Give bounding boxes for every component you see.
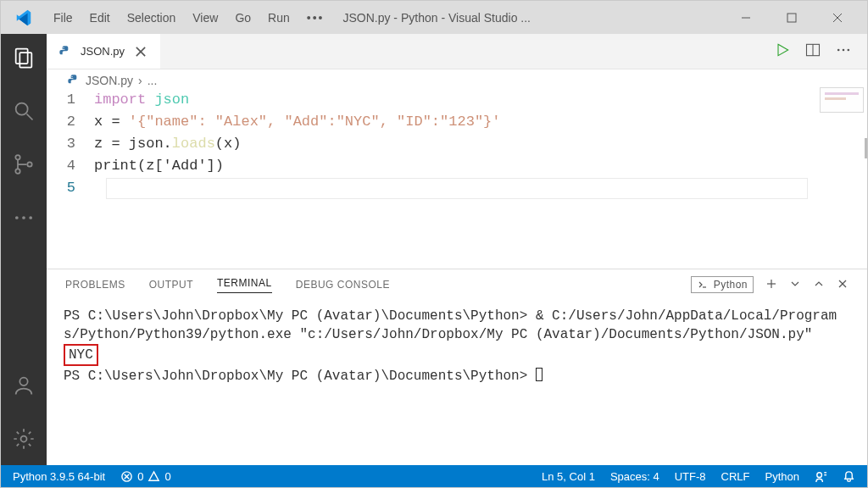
scrollbar-marker	[865, 138, 867, 158]
line-number: 3	[47, 133, 94, 155]
svg-point-9	[15, 169, 19, 173]
menu-edit[interactable]: Edit	[81, 11, 119, 25]
terminal-new-button[interactable]	[765, 278, 777, 292]
status-indent[interactable]: Spaces: 4	[610, 470, 659, 483]
panel-maximize-button[interactable]	[813, 278, 825, 292]
menu-file[interactable]: File	[45, 11, 81, 25]
status-python-version[interactable]: Python 3.9.5 64-bit	[13, 470, 105, 483]
status-eol[interactable]: CRLF	[721, 470, 750, 483]
code-line: 2 x = '{"name": "Alex", "Add":"NYC", "ID…	[47, 111, 867, 133]
panel-tab-output[interactable]: OUTPUT	[149, 279, 193, 291]
line-number: 2	[47, 111, 94, 133]
svg-point-15	[21, 436, 27, 442]
svg-marker-34	[149, 471, 159, 480]
panel-close-button[interactable]	[837, 278, 849, 292]
code-line: 1 import json	[47, 89, 867, 111]
code-line: 3 z = json.loads(x)	[47, 133, 867, 155]
activity-settings[interactable]	[12, 427, 36, 453]
breadcrumb[interactable]: JSON.py › ...	[47, 69, 867, 87]
svg-point-24	[848, 49, 850, 52]
editor-tab-bar: JSON.py	[47, 34, 867, 69]
status-feedback-button[interactable]	[815, 470, 827, 483]
menu-overflow-icon[interactable]: •••	[298, 11, 333, 25]
terminal-output-highlight: NYC	[64, 344, 98, 366]
svg-point-8	[15, 155, 19, 159]
terminal-line: PS C:\Users\John\Dropbox\My PC (Avatar)\…	[64, 308, 837, 342]
bell-icon	[843, 470, 855, 483]
svg-point-12	[22, 216, 25, 219]
window-maximize-button[interactable]	[769, 1, 815, 34]
activity-more-icon[interactable]	[12, 206, 36, 232]
menu-run[interactable]: Run	[259, 11, 298, 25]
warning-icon	[147, 470, 160, 483]
tab-json-py[interactable]: JSON.py	[47, 34, 160, 69]
editor-body[interactable]: 1 import json 2 x = '{"name": "Alex", "A…	[47, 87, 867, 269]
code-line: 4 print(z['Add'])	[47, 155, 867, 177]
terminal-icon	[697, 279, 709, 291]
svg-marker-19	[778, 44, 788, 55]
terminal-body[interactable]: PS C:\Users\John\Dropbox\My PC (Avatar)\…	[47, 300, 867, 465]
feedback-icon	[815, 470, 827, 483]
activity-account[interactable]	[12, 374, 36, 400]
split-editor-button[interactable]	[804, 42, 821, 61]
panel-tab-terminal[interactable]: TERMINAL	[217, 277, 272, 293]
status-errors[interactable]: 0 0	[120, 470, 170, 483]
svg-point-10	[27, 162, 31, 166]
svg-point-11	[15, 216, 19, 219]
svg-rect-1	[787, 14, 796, 22]
window-close-button[interactable]	[815, 1, 860, 34]
status-language[interactable]: Python	[765, 470, 799, 483]
window-minimize-button[interactable]	[723, 1, 769, 34]
menu-view[interactable]: View	[184, 11, 226, 25]
line-number: 4	[47, 155, 94, 177]
svg-line-7	[27, 114, 33, 120]
terminal-shell-chip[interactable]: Python	[691, 276, 754, 293]
svg-point-25	[71, 76, 72, 77]
activity-bar	[1, 34, 47, 465]
menu-go[interactable]: Go	[226, 11, 259, 25]
line-number: 5	[47, 177, 94, 199]
terminal-prompt: PS C:\Users\John\Dropbox\My PC (Avatar)\…	[64, 369, 536, 384]
error-icon	[120, 470, 133, 483]
terminal-dropdown-button[interactable]	[789, 278, 801, 292]
editor-more-button[interactable]	[835, 42, 852, 61]
status-cursor-position[interactable]: Ln 5, Col 1	[542, 470, 595, 483]
activity-explorer[interactable]	[12, 46, 36, 72]
status-encoding[interactable]: UTF-8	[675, 470, 706, 483]
breadcrumb-separator: ›	[138, 74, 142, 87]
svg-point-35	[817, 472, 822, 477]
tab-close-icon[interactable]	[133, 44, 148, 59]
svg-point-6	[16, 103, 28, 115]
svg-rect-4	[16, 49, 28, 64]
minimap[interactable]	[820, 87, 864, 113]
svg-point-14	[19, 378, 27, 385]
svg-rect-5	[19, 53, 31, 67]
vscode-logo-icon	[14, 8, 33, 27]
title-bar: File Edit Selection View Go Run ••• JSON…	[1, 1, 867, 34]
bottom-panel: PROBLEMS OUTPUT TERMINAL DEBUG CONSOLE P…	[47, 269, 867, 465]
panel-tab-problems[interactable]: PROBLEMS	[65, 279, 125, 291]
breadcrumb-file: JSON.py	[86, 74, 133, 87]
code-line: 5	[47, 177, 867, 199]
breadcrumb-rest: ...	[147, 74, 158, 87]
activity-search[interactable]	[12, 99, 36, 125]
svg-point-16	[63, 47, 64, 47]
window-title: JSON.py - Python - Visual Studio ...	[332, 11, 723, 25]
svg-point-13	[29, 216, 32, 219]
activity-source-control[interactable]	[12, 152, 36, 179]
panel-tab-debug-console[interactable]: DEBUG CONSOLE	[296, 279, 390, 291]
status-bar: Python 3.9.5 64-bit 0 0 Ln 5, Col 1 Spac…	[1, 465, 867, 487]
run-button[interactable]	[774, 42, 791, 61]
status-notifications-button[interactable]	[843, 470, 855, 483]
terminal-shell-label: Python	[714, 279, 748, 291]
python-file-icon	[67, 74, 81, 87]
menu-selection[interactable]: Selection	[119, 11, 185, 25]
terminal-cursor	[536, 368, 542, 381]
svg-point-22	[837, 49, 840, 52]
svg-point-23	[843, 49, 845, 52]
line-number: 1	[47, 89, 94, 111]
python-file-icon	[58, 45, 72, 58]
tab-filename: JSON.py	[81, 45, 125, 58]
